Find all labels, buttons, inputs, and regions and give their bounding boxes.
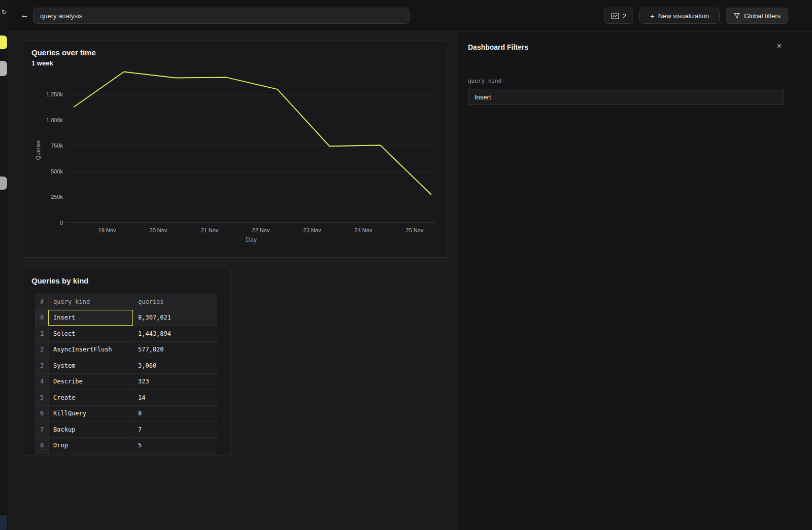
- query-kind-cell[interactable]: Insert: [48, 310, 133, 326]
- x-tick-label: 22 Nov: [252, 227, 270, 233]
- plus-icon: +: [650, 12, 655, 20]
- query-kind-cell[interactable]: Backup: [48, 422, 133, 438]
- queries-value-cell[interactable]: 1,443,894: [133, 326, 217, 342]
- filter-field-label: query_kind: [468, 78, 501, 84]
- close-icon[interactable]: ×: [777, 42, 782, 50]
- y-axis-label: Queries: [35, 140, 41, 160]
- queries-table-header-row: #query_kindqueries: [36, 294, 217, 310]
- y-tick-label: 250k: [51, 194, 63, 200]
- query-kind-cell[interactable]: KillQuery: [48, 406, 133, 421]
- y-tick-label: 1 000k: [46, 117, 63, 123]
- collapsed-sidebar: ↻: [0, 0, 8, 530]
- y-tick-label: 500k: [51, 168, 63, 174]
- row-index-cell: 5: [36, 390, 48, 406]
- table-row: 0Insert8,307,021: [36, 310, 217, 326]
- sidebar-tab-active[interactable]: [0, 36, 7, 49]
- y-tick-label: 1 250k: [46, 91, 63, 97]
- table-row: 3System3,060: [36, 358, 217, 374]
- row-index-cell: 3: [36, 358, 48, 374]
- table-row: 5Create14: [36, 390, 217, 406]
- y-tick-label: 0: [60, 220, 63, 226]
- new-visualization-button[interactable]: + New visualization: [639, 8, 720, 24]
- sidebar-tab[interactable]: [0, 61, 7, 76]
- funnel-icon: [733, 13, 740, 19]
- sidebar-tab[interactable]: [0, 176, 7, 190]
- row-index-cell: 7: [36, 422, 48, 438]
- queries-value-cell[interactable]: 8: [133, 406, 217, 421]
- global-filters-label: Global filters: [744, 12, 781, 20]
- queries-value-cell[interactable]: 5: [133, 438, 217, 453]
- x-tick-label: 21 Nov: [201, 227, 219, 233]
- chart-title: Queries over time: [31, 48, 448, 57]
- query-kind-cell[interactable]: Drop: [48, 438, 133, 453]
- query-kind-filter-select[interactable]: Insert: [468, 89, 784, 105]
- query-kind-cell[interactable]: AsyncInsertFlush: [48, 342, 133, 358]
- queries-by-kind-card[interactable]: Queries by kind #query_kindqueries 0Inse…: [23, 269, 231, 455]
- x-tick-label: 25 Nov: [406, 227, 424, 233]
- table-row: 6KillQuery8: [36, 406, 217, 422]
- queries-value-cell[interactable]: 7: [133, 422, 217, 438]
- queries-over-time-chart[interactable]: 0250k500k750k1 000k1 250k19 Nov20 Nov21 …: [23, 69, 448, 256]
- table-row: 4Describe323: [36, 374, 217, 390]
- dashboard-filters-panel: Dashboard Filters × query_kind Insert: [457, 32, 812, 530]
- queries-table: #query_kindqueries 0Insert8,307,0211Sele…: [35, 294, 217, 454]
- table-row: 7Backup7: [36, 422, 217, 438]
- x-axis-label: Day: [246, 236, 256, 243]
- row-index-cell: 4: [36, 374, 48, 390]
- queries-value-cell[interactable]: 14: [133, 390, 217, 406]
- queries-table-body: 0Insert8,307,0211Select1,443,8942AsyncIn…: [36, 310, 217, 453]
- chart-subtitle: 1 week: [31, 59, 448, 67]
- filters-panel-title: Dashboard Filters: [468, 43, 528, 51]
- dashboard-title-input[interactable]: [33, 8, 410, 24]
- row-index-cell: 0: [36, 310, 48, 326]
- visualization-count-button[interactable]: 2: [604, 8, 633, 24]
- dashboard-canvas: Queries over time 1 week 0250k500k750k1 …: [8, 32, 457, 530]
- query-kind-cell[interactable]: Describe: [48, 374, 133, 390]
- x-tick-label: 23 Nov: [303, 227, 321, 233]
- queries-value-cell[interactable]: 8,307,021: [133, 310, 217, 326]
- queries-value-cell[interactable]: 323: [133, 374, 217, 390]
- row-index-cell: 2: [36, 342, 48, 358]
- x-tick-label: 20 Nov: [150, 227, 167, 233]
- table-row: 8Drop5: [36, 438, 217, 453]
- column-header-query_kind: query_kind: [48, 294, 133, 309]
- topbar: ← 2 + New visualization Global filters: [8, 0, 812, 32]
- query-kind-cell[interactable]: Select: [48, 326, 133, 342]
- visualization-count-icon: [611, 13, 619, 19]
- column-header-queries: queries: [133, 294, 217, 309]
- refresh-icon[interactable]: ↻: [0, 9, 8, 16]
- user-avatar[interactable]: [0, 515, 7, 530]
- queries-value-cell[interactable]: 3,060: [133, 358, 217, 374]
- row-index-cell: 8: [36, 438, 48, 453]
- query-kind-cell[interactable]: Create: [48, 390, 133, 406]
- table-row: 1Select1,443,894: [36, 326, 217, 342]
- table-row: 2AsyncInsertFlush577,820: [36, 342, 217, 358]
- back-button[interactable]: ←: [20, 11, 29, 19]
- x-tick-label: 19 Nov: [98, 227, 116, 233]
- chart-series-line: [74, 72, 431, 195]
- row-index-cell: 6: [36, 406, 48, 421]
- global-filters-button[interactable]: Global filters: [726, 8, 788, 24]
- new-visualization-label: New visualization: [658, 12, 709, 20]
- column-header-index: #: [36, 294, 48, 309]
- queries-value-cell[interactable]: 577,820: [133, 342, 217, 358]
- table-title: Queries by kind: [31, 276, 230, 285]
- y-tick-label: 750k: [51, 143, 63, 149]
- visualization-count-label: 2: [623, 12, 626, 20]
- x-tick-label: 24 Nov: [355, 227, 373, 233]
- row-index-cell: 1: [36, 326, 48, 342]
- topbar-actions: 2 + New visualization Global filters: [604, 8, 788, 24]
- query-kind-cell[interactable]: System: [48, 358, 133, 374]
- queries-over-time-card[interactable]: Queries over time 1 week 0250k500k750k1 …: [23, 41, 448, 258]
